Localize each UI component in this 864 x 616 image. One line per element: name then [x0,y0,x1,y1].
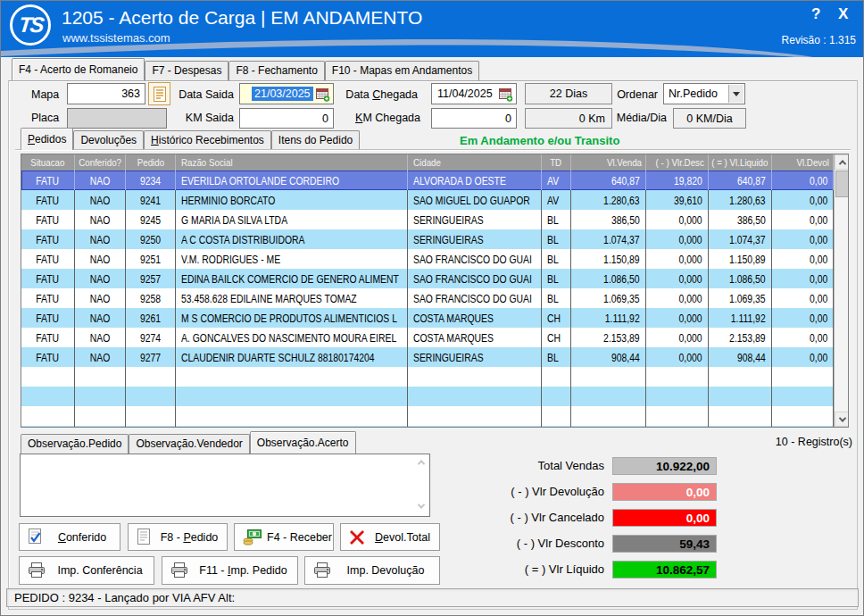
cell-td [542,387,571,406]
cell-conferido: NAO [75,347,126,367]
cell-vlr_desc: 0,000 [646,249,709,269]
cell-situacao: FATU [21,328,75,347]
tab-f8-fechamento[interactable]: F8 - Fechamento [228,61,324,80]
tab-pedidos[interactable]: Pedidos [21,128,73,150]
tab-historico-recebimentos[interactable]: Histórico Recebimentos [144,130,271,150]
table-empty-row[interactable] [21,387,834,406]
cell-situacao: FATU [21,269,75,288]
table-row[interactable]: FATUNAO9251V.M. RODRIGUES - MESAO FRANCI… [21,249,834,269]
conferido-button[interactable]: Conferido [19,523,120,551]
vlr-cancelado-label: ( - ) Vlr Cancelado [385,511,604,524]
table-row[interactable]: FATUNAO9234EVERILDA ORTOLANDE CORDEIROAL… [21,171,834,190]
cell-vlr_desc: 0,000 [646,328,709,347]
table-row[interactable]: FATUNAO9245G MARIA DA SILVA LTDASERINGUE… [21,210,834,229]
cell-razao_social: EDINA BAILCK COMERCIO DE GENERO ALIMENT [176,269,408,288]
f8-pedido-button[interactable]: F8 - Pedido [128,523,228,551]
cell-conferido [75,406,126,426]
tab-observacao-vendedor[interactable]: Observação.Vendedor [129,434,249,454]
table-row[interactable]: FATUNAO9250A C COSTA DISTRIBUIDORASERING… [21,229,834,249]
column-header-vl_liquido[interactable]: ( = ) Vl.Liquido [709,154,772,171]
cell-cidade: SERINGUEIRAS [408,347,542,367]
cell-cidade: SERINGUEIRAS [408,210,542,229]
obs-tabstrip: Observação.Pedido Observação.Vendedor Ob… [21,434,356,454]
placa-label: Placa [31,112,59,124]
table-row[interactable]: FATUNAO9277CLAUDENIR DUARTE SCHULZ 88180… [21,347,834,367]
revision-label: Revisão : 1.315 [782,34,856,46]
cell-situacao: FATU [21,347,75,367]
help-button[interactable]: ? [811,5,820,23]
cell-vl_liquido: 640,87 [709,171,772,190]
tab-itens-do-pedido[interactable]: Itens do Pedido [271,130,360,150]
column-header-razao_social[interactable]: Razão Social [176,154,408,171]
cell-razao_social [176,367,408,387]
cell-razao_social: M S COMERCIO DE PRODUTOS ALIMENTICIOS L [176,308,408,328]
cell-vl_venda [571,367,646,387]
close-button[interactable]: X [838,5,848,23]
vlr-desconto-value: 59,43 [612,535,717,553]
column-header-td[interactable]: TD [542,154,571,171]
table-row[interactable]: FATUNAO9257EDINA BAILCK COMERCIO DE GENE… [21,269,834,288]
cell-cidade: ALVORADA D OESTE [408,171,542,190]
scroll-up-button[interactable] [835,154,849,170]
tab-devolucoes[interactable]: Devoluções [73,130,144,150]
total-vendas-label: Total Vendas [385,459,604,472]
cell-vl_liquido [709,387,772,406]
tab-f10-mapas-em-andamentos[interactable]: F10 - Mapas em Andamentos [325,61,479,80]
km-chegada-input[interactable]: 0 [431,108,517,129]
cell-td: BL [542,347,571,367]
printer-icon [28,562,46,579]
column-header-conferido[interactable]: Conferido? [75,154,126,171]
table-row[interactable]: FATUNAO9261M S COMERCIO DE PRODUTOS ALIM… [21,308,834,328]
table-row[interactable]: FATUNAO9241HERMINIO BORCATOSAO MIGUEL DO… [21,190,834,210]
cell-td [542,367,571,387]
observacao-textarea[interactable] [20,454,430,517]
column-header-vlr_desc[interactable]: ( - ) Vlr.Desc [646,154,709,171]
cell-cidade [408,387,542,406]
ordenar-select[interactable]: Nr.Pedido [663,83,745,104]
vertical-scrollbar[interactable] [834,154,848,427]
cell-cidade: SAO MIGUEL DO GUAPOR [408,190,542,210]
cell-vl_liquido: 1.074,37 [709,229,772,249]
dropdown-arrow-icon[interactable] [728,85,744,103]
cell-vl_venda [571,406,646,426]
cell-situacao: FATU [21,171,75,190]
printer-icon [313,562,331,579]
table-empty-row[interactable] [21,426,834,428]
calendar-icon[interactable] [499,87,513,104]
cell-td: BL [542,269,571,288]
cell-vl_venda: 908,44 [571,347,646,367]
scroll-down-button[interactable] [835,412,849,427]
f4-receber-button[interactable]: F4 - Receber [234,523,334,551]
cell-vl_venda: 1.086,50 [571,269,646,288]
scrollbar-thumb[interactable] [835,171,849,197]
column-header-pedido[interactable]: Pedido [126,154,176,171]
cell-vlr_desc: 0,000 [646,347,709,367]
data-chegada-input[interactable]: 11/04/2025 [431,83,517,104]
textarea-scroll-down-icon[interactable] [418,501,425,508]
imp-conferencia-button[interactable]: Imp. Conferência [19,556,154,585]
tab-observacao-acerto[interactable]: Observação.Acerto [250,431,356,454]
column-header-situacao[interactable]: Situacao [21,154,75,171]
cell-conferido: NAO [75,229,126,249]
cell-cidade [408,367,542,387]
cell-conferido [75,387,126,406]
column-header-cidade[interactable]: Cidade [408,154,542,171]
column-header-vl_devol[interactable]: Vl.Devol [772,154,834,171]
cell-vl_devol: 0,00 [772,229,834,249]
table-empty-row[interactable] [21,406,834,426]
cell-vl_liquido: 2.153,89 [709,328,772,347]
cell-conferido: NAO [75,269,126,288]
cell-td: CH [542,308,571,328]
tab-f4-acerto-de-romaneio[interactable]: F4 - Acerto de Romaneio [12,58,145,80]
cell-razao_social: A C COSTA DISTRIBUIDORA [176,229,408,249]
cell-situacao [21,367,75,387]
table-empty-row[interactable] [21,367,834,387]
cell-vl_devol [772,367,834,387]
f11-imp-pedido-button[interactable]: F11 - Imp. Pedido [162,556,298,585]
cell-razao_social: V.M. RODRIGUES - ME [176,249,408,269]
table-row[interactable]: FATUNAO925853.458.628 EDILAINE MARQUES T… [21,288,834,308]
tab-observacao-pedido[interactable]: Observação.Pedido [21,434,129,454]
column-header-vl_venda[interactable]: Vl.Venda [571,154,646,171]
tab-f7-despesas[interactable]: F7 - Despesas [145,61,228,80]
table-row[interactable]: FATUNAO9274A. GONCALVES DO NASCIMENTO MO… [21,328,834,347]
